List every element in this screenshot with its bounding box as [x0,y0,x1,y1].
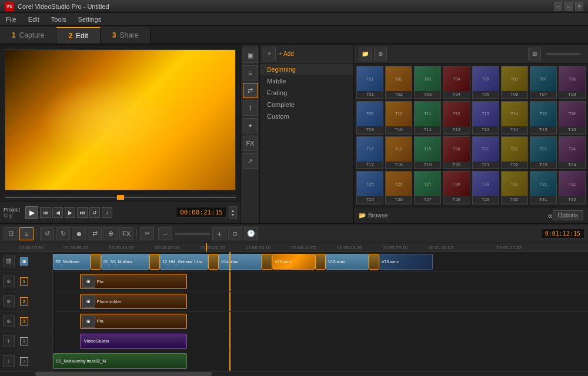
ov2-track-content[interactable]: ▣ Placeholder [53,292,588,311]
lock-title-btn[interactable]: T [3,335,15,347]
scrollbar-thumb[interactable] [35,372,212,376]
menu-file[interactable]: File [4,15,19,24]
category-complete[interactable]: Complete [260,99,353,110]
timecode-arrow[interactable]: ▲ ▼ [229,206,237,219]
side-icon-title[interactable]: T [243,100,258,116]
menu-edit[interactable]: Edit [26,15,42,24]
tl-clock-btn[interactable]: 🕐 [244,227,258,240]
media-thumb-t19[interactable]: T19 T19 [414,136,441,170]
media-thumb-t10[interactable]: T10 T10 [385,101,412,135]
clip-ov3[interactable]: ▣ Pla [80,314,187,329]
clip-transition-4[interactable] [262,254,272,269]
side-icon-transition[interactable]: ⇄ [243,83,258,98]
media-thumb-t17[interactable]: T17 T17 [356,136,383,170]
transport-prev-frame[interactable]: ◀ [52,207,63,218]
media-thumb-t12[interactable]: T12 T12 [443,101,470,135]
clip-v15b[interactable]: V15.wmv [326,254,369,269]
media-thumb-t26[interactable]: T26 T26 [385,171,412,204]
minimize-button[interactable]: ─ [554,2,562,11]
menu-settings[interactable]: Settings [75,15,103,24]
clip-ss-multiover[interactable]: SS_Multiover [53,254,91,269]
media-thumb-t01[interactable]: T01 T01 [356,66,383,99]
clip-12hm[interactable]: 12_HM_General 11.w [160,254,208,269]
zoom-slider[interactable] [175,233,210,235]
clip-v16[interactable]: V16.wmv [379,254,433,269]
category-middle[interactable]: Middle [260,75,353,87]
side-icon-video-filter[interactable]: FX [243,136,258,151]
clip-ov1[interactable]: ▣ Pla [80,274,187,289]
media-thumb-t24[interactable]: T24 T24 [559,136,586,170]
tl-mix-btn[interactable]: ⇄ [88,227,102,240]
tl-trim-btn[interactable]: ✂ [140,227,154,240]
clip-audio[interactable]: SS_Multioverlay track02_M [53,353,187,368]
media-thumb-t20[interactable]: T20 T20 [443,136,470,170]
media-thumb-t15[interactable]: T15 T15 [530,101,557,135]
media-thumb-t32[interactable]: T32 T32 [559,171,586,204]
transport-start[interactable]: ⏮ [40,207,51,218]
clip-v14[interactable]: V14.wmv [219,254,262,269]
tl-undo-btn[interactable]: ↺ [40,227,54,240]
media-thumb-t21[interactable]: T21 T21 [472,136,499,170]
transport-loop[interactable]: ↺ [89,207,100,218]
close-button[interactable]: ✕ [575,2,583,11]
side-icon-graphics[interactable]: ✦ [243,118,258,133]
media-thumb-t30[interactable]: T30 T30 [501,171,528,204]
audio-track-content[interactable]: SS_Multioverlay track02_M [53,351,588,371]
category-custom[interactable]: Custom [260,110,353,122]
side-icon-instant[interactable]: ≡ [243,65,258,80]
tl-fit-btn[interactable]: ⊡ [228,227,242,240]
tab-capture[interactable]: 1 Capture [0,27,56,43]
scrubber-bar[interactable] [5,195,236,200]
lock-video-btn[interactable]: 🎬 [3,256,15,267]
tl-redo-btn[interactable]: ↻ [56,227,70,240]
media-thumb-t11[interactable]: T11 T11 [414,101,441,135]
media-thumb-t27[interactable]: T27 T27 [414,171,441,204]
clip-title[interactable]: VideoStudio [80,334,187,349]
lock-audio-btn[interactable]: ♪ [3,355,15,367]
transport-play[interactable]: ▶ [25,206,38,219]
clip-ov2[interactable]: ▣ Placeholder [80,294,187,309]
tl-storyboard-btn[interactable]: ⊡ [4,227,18,240]
tl-timeline-btn[interactable]: ≡ [19,227,34,240]
menu-tools[interactable]: Tools [49,15,69,24]
zoom-out-btn[interactable]: − [158,227,172,240]
media-thumb-t06[interactable]: T06 T06 [501,66,528,99]
media-thumb-t31[interactable]: T31 T31 [530,171,557,204]
clip-01-ss[interactable]: 01_SS_Multiovr [101,254,149,269]
media-folder-btn[interactable]: 📁 [359,48,372,61]
ov3-track-content[interactable]: ▣ Pla [53,312,588,331]
clip-transition-1[interactable] [91,254,101,269]
media-thumb-t08[interactable]: T08 T08 [559,66,586,99]
transport-next-frame[interactable]: ▶ [65,207,75,218]
transport-end[interactable]: ⏭ [77,207,88,218]
media-thumb-t13[interactable]: T13 T13 [472,101,499,135]
media-thumb-t18[interactable]: T18 T18 [385,136,412,170]
clip-transition-5[interactable] [315,254,326,269]
clip-transition-2[interactable] [149,254,160,269]
lock-ov1-btn[interactable]: ⊕ [3,276,15,287]
tab-share[interactable]: 3 Share [101,27,151,43]
tab-edit[interactable]: 2 Edit [56,27,100,43]
media-thumb-t03[interactable]: T03 T03 [414,66,441,99]
add-transition-btn[interactable]: + [263,48,276,61]
side-icon-media[interactable]: ▣ [243,48,258,63]
media-thumb-t02[interactable]: T02 T02 [385,66,412,99]
title-track-content[interactable]: VideoStudio [53,331,588,351]
transport-volume[interactable]: ♪ [102,207,112,218]
category-ending[interactable]: Ending [260,87,353,99]
media-thumb-t28[interactable]: T28 T28 [443,171,470,204]
video-track-content[interactable]: SS_Multiover 01_SS_Multiovr 12_HM_Genera… [53,252,588,271]
media-thumb-t14[interactable]: T14 T14 [501,101,528,135]
collapse-btn[interactable]: « [548,211,553,220]
media-filter-btn[interactable]: ⊛ [374,48,387,61]
media-thumb-t25[interactable]: T25 T25 [356,171,383,204]
media-thumb-t23[interactable]: T23 T23 [530,136,557,170]
media-view-btn[interactable]: ⊞ [528,48,541,61]
zoom-in-btn[interactable]: + [212,227,226,240]
side-icon-share[interactable]: ↗ [243,153,258,169]
clip-transition-6[interactable] [369,254,379,269]
category-beginning[interactable]: Beginning [260,63,353,75]
media-thumb-t05[interactable]: T05 T05 [472,66,499,99]
tl-fx-btn[interactable]: FX [119,227,133,240]
lock-ov2-btn[interactable]: ⊕ [3,296,15,307]
